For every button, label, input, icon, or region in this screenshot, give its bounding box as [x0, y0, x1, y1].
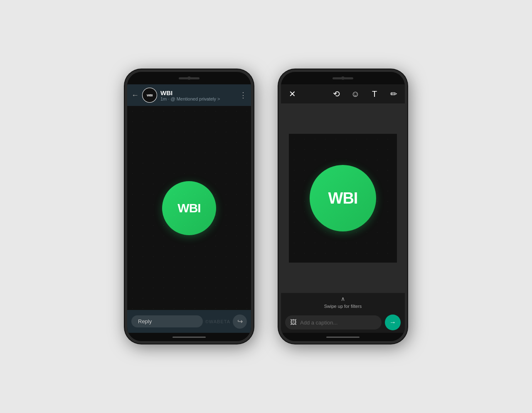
- more-options-button[interactable]: ⋮: [239, 91, 247, 100]
- volume-btn-right-phone: [278, 122, 280, 134]
- editor-header: ✕ ⟲ ☺ T ✏: [281, 84, 405, 103]
- phone-camera-left: [187, 76, 191, 80]
- wbi-logo-text: WBI: [177, 201, 200, 215]
- editor-wbi-logo-text: WBI: [328, 189, 358, 207]
- chat-status: 1m · @ Mentioned privately >: [160, 96, 236, 101]
- back-button[interactable]: ←: [131, 91, 139, 100]
- left-phone: ← WBI WBI 1m · @ Mentioned privately > ⋮…: [125, 69, 254, 344]
- swipe-up-text: Swipe up for filters: [324, 304, 362, 309]
- side-btn-left-phone: [252, 159, 254, 172]
- avatar-text: WBI: [143, 88, 157, 102]
- editor-image-container: WBI: [281, 103, 405, 293]
- home-indicator-right: [326, 337, 360, 338]
- right-phone-screen: ✕ ⟲ ☺ T ✏ WBI ∧ Swipe up for filters: [281, 84, 405, 333]
- send-arrow-icon: →: [389, 319, 396, 326]
- power-btn-left-phone: [252, 126, 254, 151]
- chat-name: WBI: [160, 89, 236, 96]
- chat-body: WBI: [127, 106, 251, 310]
- send-caption-button[interactable]: →: [385, 315, 401, 330]
- close-button[interactable]: ✕: [286, 89, 298, 99]
- chat-header: ← WBI WBI 1m · @ Mentioned privately > ⋮: [127, 84, 251, 106]
- editor-wbi-logo-circle: WBI: [310, 165, 376, 231]
- pen-tool-button[interactable]: ✏: [387, 88, 400, 100]
- volume-btn2-right-phone: [278, 140, 280, 157]
- caption-bar: 🖼 Add a caption... →: [281, 312, 405, 333]
- swipe-arrow-icon: ∧: [341, 295, 345, 302]
- text-tool-button[interactable]: T: [368, 88, 381, 100]
- home-indicator-left: [172, 337, 206, 338]
- swipe-up-area[interactable]: ∧ Swipe up for filters: [281, 293, 405, 312]
- forward-button[interactable]: ↪: [233, 315, 247, 329]
- watermark-text: ©WABETA: [205, 319, 230, 324]
- editor-tools: ⟲ ☺ T ✏: [330, 88, 400, 100]
- editor-body: WBI: [281, 103, 405, 293]
- chat-avatar: WBI: [142, 88, 157, 103]
- phone-bottom-bar-left: [127, 333, 251, 341]
- chat-image-area: WBI: [127, 106, 251, 310]
- power-btn-right-phone: [406, 126, 407, 151]
- chat-footer: Reply ©WABETA ↪: [127, 310, 251, 333]
- phone-bottom-bar-right: [281, 333, 405, 341]
- phone-top-bar-left: [127, 72, 251, 84]
- wbi-image-background: WBI: [127, 106, 251, 310]
- sticker-tool-button[interactable]: ☺: [349, 88, 362, 100]
- crop-tool-button[interactable]: ⟲: [330, 88, 342, 100]
- wbi-logo-circle: WBI: [162, 181, 216, 235]
- phone-top-bar-right: [281, 72, 405, 84]
- volume-btn-left2: [125, 140, 126, 157]
- volume-btn-left: [125, 122, 126, 134]
- editor-image: WBI: [289, 134, 397, 263]
- side-btn-right-phone: [406, 159, 407, 172]
- phone-camera-right: [341, 76, 345, 80]
- caption-input-wrapper[interactable]: 🖼 Add a caption...: [285, 315, 382, 329]
- gallery-icon: 🖼: [290, 319, 297, 326]
- caption-placeholder: Add a caption...: [300, 320, 377, 326]
- left-phone-screen: ← WBI WBI 1m · @ Mentioned privately > ⋮…: [127, 84, 251, 333]
- reply-button[interactable]: Reply: [131, 315, 203, 327]
- chat-info: WBI 1m · @ Mentioned privately >: [160, 89, 236, 101]
- right-phone: ✕ ⟲ ☺ T ✏ WBI ∧ Swipe up for filters: [278, 69, 407, 344]
